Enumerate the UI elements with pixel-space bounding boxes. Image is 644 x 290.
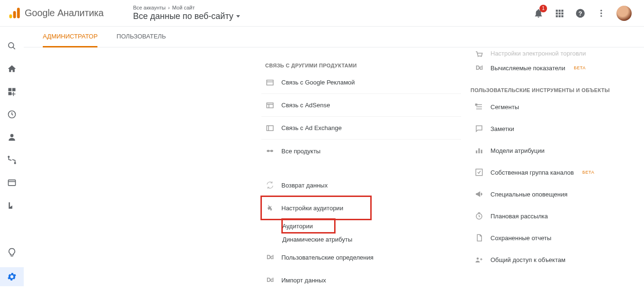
product-name: Google Аналитика <box>25 8 104 19</box>
caret-down-icon <box>236 15 240 18</box>
help-button[interactable]: ? <box>575 8 586 19</box>
apps-button[interactable] <box>554 8 565 19</box>
svg-text:?: ? <box>578 9 582 17</box>
more-button[interactable] <box>596 8 607 19</box>
search-icon[interactable] <box>7 41 17 47</box>
notification-badge: 1 <box>539 5 547 12</box>
left-rail <box>0 27 24 47</box>
svg-rect-1 <box>13 11 16 18</box>
breadcrumb-current: Мой сайт <box>172 5 194 10</box>
svg-rect-11 <box>561 15 563 17</box>
subtabs: АДМИНИСТРАТОР ПОЛЬЗОВАТЕЛЬ <box>0 27 644 47</box>
breadcrumb-block[interactable]: Все аккаунты › Мой сайт Все данные по ве… <box>133 5 533 21</box>
logo-wrap[interactable]: Google Аналитика <box>4 7 122 20</box>
svg-rect-7 <box>558 12 560 14</box>
svg-line-18 <box>13 47 15 48</box>
svg-point-17 <box>8 43 13 47</box>
breadcrumb: Все аккаунты › Мой сайт <box>133 5 533 10</box>
svg-rect-4 <box>558 9 560 11</box>
svg-point-14 <box>600 9 602 11</box>
chevron-right-icon: › <box>168 5 170 10</box>
svg-rect-2 <box>17 8 20 18</box>
svg-rect-5 <box>561 9 563 11</box>
svg-rect-10 <box>558 15 560 17</box>
tab-admin[interactable]: АДМИНИСТРАТОР <box>43 27 97 47</box>
svg-rect-0 <box>10 14 12 18</box>
svg-point-15 <box>600 12 602 14</box>
svg-rect-8 <box>561 12 563 14</box>
view-title[interactable]: Все данные по веб-сайту <box>133 11 533 21</box>
tab-user[interactable]: ПОЛЬЗОВАТЕЛЬ <box>116 27 166 47</box>
svg-rect-3 <box>556 9 558 11</box>
avatar[interactable] <box>616 6 632 21</box>
svg-rect-9 <box>556 15 558 17</box>
topbar-right: 1 ? <box>533 6 640 21</box>
breadcrumb-prefix: Все аккаунты <box>133 5 166 10</box>
svg-rect-6 <box>556 12 558 14</box>
topbar: Google Аналитика Все аккаунты › Мой сайт… <box>0 0 644 27</box>
analytics-logo-icon <box>8 7 21 20</box>
notifications-button[interactable]: 1 <box>533 8 544 19</box>
svg-point-16 <box>600 15 602 17</box>
view-title-text: Все данные по веб-сайту <box>133 11 233 21</box>
